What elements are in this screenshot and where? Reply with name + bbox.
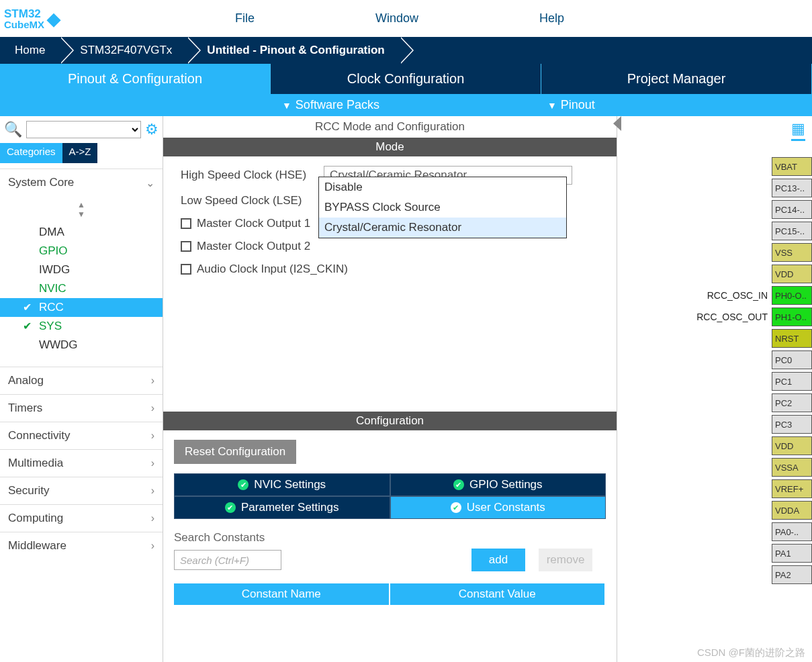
group-connectivity[interactable]: Connectivity› xyxy=(0,422,163,449)
signal-osc-out: RCC_OSC_OUT xyxy=(696,312,768,322)
pin-pc2[interactable]: PC2 xyxy=(772,393,812,412)
add-button[interactable]: add xyxy=(471,549,525,571)
tree-item-nvic[interactable]: NVIC xyxy=(0,279,163,298)
pin-pc14[interactable]: PC14-.. xyxy=(772,200,812,219)
workspace: 🔍 ⚙ Categories A->Z System Core⌄ ▲▼ DMA … xyxy=(0,116,812,662)
pin-nrst[interactable]: NRST xyxy=(772,329,812,348)
pin-ph0[interactable]: PH0-O.. xyxy=(772,286,812,305)
pin-vdd[interactable]: VDD xyxy=(772,265,812,283)
sub-pinout[interactable]: ▼Pinout xyxy=(547,94,595,116)
mco1-checkbox[interactable] xyxy=(181,218,191,229)
center-title: RCC Mode and Configuration xyxy=(163,116,617,138)
search-select[interactable] xyxy=(26,121,141,138)
sub-software-packs[interactable]: ▼Software Packs xyxy=(282,94,379,116)
left-panel: 🔍 ⚙ Categories A->Z System Core⌄ ▲▼ DMA … xyxy=(0,116,163,662)
group-system-core[interactable]: System Core⌄ xyxy=(0,169,163,196)
tree-item-rcc[interactable]: ✔RCC xyxy=(0,298,163,317)
pin-pa0[interactable]: PA0-.. xyxy=(772,522,812,541)
remove-button[interactable]: remove xyxy=(539,549,592,571)
pin-pc1[interactable]: PC1 xyxy=(772,372,812,391)
sort-icon[interactable]: ▲▼ xyxy=(0,199,163,223)
check-icon: ✔ xyxy=(451,502,461,513)
tab-categories[interactable]: Categories xyxy=(0,143,62,163)
group-computing[interactable]: Computing› xyxy=(0,504,163,532)
group-analog[interactable]: Analog› xyxy=(0,367,163,394)
group-multimedia[interactable]: Multimedia› xyxy=(0,449,163,477)
chevron-right-icon: › xyxy=(151,540,154,552)
tree-item-iwdg[interactable]: IWDG xyxy=(0,261,163,279)
opt-bypass[interactable]: BYPASS Clock Source xyxy=(319,197,566,218)
chevron-right-icon: › xyxy=(151,457,154,469)
right-panel: ▦ VBAT PC13-.. PC14-.. PC15-.. VSS VDD R… xyxy=(617,116,812,662)
mode-body: High Speed Clock (HSE) Crystal/Ceramic R… xyxy=(163,156,617,412)
tree-item-dma[interactable]: DMA xyxy=(0,223,163,242)
opt-disable[interactable]: Disable xyxy=(319,177,566,197)
pin-vbat[interactable]: VBAT xyxy=(772,157,812,176)
pin-pc13[interactable]: PC13-.. xyxy=(772,179,812,197)
watermark: CSDN @F菌的进阶之路 xyxy=(697,647,805,659)
config-area: Reset Configuration ✔NVIC Settings ✔GPIO… xyxy=(163,430,617,605)
chevron-right-icon: › xyxy=(151,512,154,524)
pin-pa1[interactable]: PA1 xyxy=(772,544,812,563)
group-timers[interactable]: Timers› xyxy=(0,394,163,422)
menubar: File Window Help xyxy=(235,11,564,26)
opt-crystal[interactable]: Crystal/Ceramic Resonator xyxy=(319,218,566,238)
tab-clock-config[interactable]: Clock Configuration xyxy=(271,64,541,94)
pin-pc15[interactable]: PC15-.. xyxy=(772,222,812,240)
gear-icon[interactable]: ⚙ xyxy=(145,121,159,138)
tab-pinout-config[interactable]: Pinout & Configuration xyxy=(0,64,271,94)
pin-column: VBAT PC13-.. PC14-.. PC15-.. VSS VDD RCC… xyxy=(696,156,812,586)
group-middleware[interactable]: Middleware› xyxy=(0,532,163,559)
menu-help[interactable]: Help xyxy=(539,11,564,26)
chevron-down-icon: ⌄ xyxy=(146,177,154,189)
search-icon[interactable]: 🔍 xyxy=(4,121,22,138)
tree-item-wwdg[interactable]: WWDG xyxy=(0,336,163,354)
pin-pa2[interactable]: PA2 xyxy=(772,565,812,584)
chevron-right-icon: › xyxy=(151,485,154,497)
search-row: 🔍 ⚙ xyxy=(0,116,163,143)
crumb-home[interactable]: Home xyxy=(0,37,60,64)
tab-project-manager[interactable]: Project Manager xyxy=(541,64,812,94)
lse-label: Low Speed Clock (LSE) xyxy=(181,194,318,207)
chevron-right-icon: › xyxy=(151,402,154,414)
check-icon: ✔ xyxy=(453,479,464,490)
mco2-checkbox[interactable] xyxy=(181,241,191,252)
pin-ph1[interactable]: PH1-O.. xyxy=(772,308,812,326)
tree-item-sys[interactable]: ✔SYS xyxy=(0,317,163,336)
pin-pc3[interactable]: PC3 xyxy=(772,415,812,434)
pin-vssa[interactable]: VSSA xyxy=(772,458,812,477)
pin-vdd2[interactable]: VDD xyxy=(772,436,812,455)
chip-icon[interactable]: ▦ xyxy=(791,120,805,141)
config-tabs: ✔NVIC Settings ✔GPIO Settings ✔Parameter… xyxy=(174,473,606,519)
group-security[interactable]: Security› xyxy=(0,477,163,504)
pin-vref[interactable]: VREF+ xyxy=(772,479,812,498)
menu-window[interactable]: Window xyxy=(375,11,418,26)
tree-item-gpio[interactable]: GPIO xyxy=(0,242,163,261)
tab-user-constants[interactable]: ✔User Constants xyxy=(390,496,606,519)
tab-az[interactable]: A->Z xyxy=(62,143,98,163)
breadcrumb: Home STM32F407VGTx Untitled - Pinout & C… xyxy=(0,37,812,64)
system-core-tree: ▲▼ DMA GPIO IWDG NVIC ✔RCC ✔SYS WWDG xyxy=(0,196,163,367)
logo: STM32 CubeMX ◆ xyxy=(0,8,81,30)
crumb-page[interactable]: Untitled - Pinout & Configuration xyxy=(187,37,399,64)
reset-config-button[interactable]: Reset Configuration xyxy=(174,440,296,464)
tab-parameter-settings[interactable]: ✔Parameter Settings xyxy=(174,496,390,519)
tab-nvic-settings[interactable]: ✔NVIC Settings xyxy=(174,473,390,496)
pin-vss[interactable]: VSS xyxy=(772,243,812,262)
search-constants-input[interactable]: Search (Ctrl+F) xyxy=(174,550,281,570)
search-constants-label: Search Constants xyxy=(174,531,606,545)
main-tabs: Pinout & Configuration Clock Configurati… xyxy=(0,64,812,94)
audio-label: Audio Clock Input (I2S_CKIN) xyxy=(197,263,348,276)
chevron-down-icon: ▼ xyxy=(547,100,557,111)
menu-file[interactable]: File xyxy=(235,11,255,26)
crumb-device[interactable]: STM32F407VGTx xyxy=(60,37,187,64)
pin-pc0[interactable]: PC0 xyxy=(772,350,812,369)
col-constant-name[interactable]: Constant Name xyxy=(174,583,389,605)
tab-gpio-settings[interactable]: ✔GPIO Settings xyxy=(390,473,606,496)
col-constant-value[interactable]: Constant Value xyxy=(390,583,605,605)
audio-checkbox[interactable] xyxy=(181,264,191,275)
check-icon: ✔ xyxy=(23,301,32,314)
chevron-down-icon: ▼ xyxy=(282,100,291,111)
signal-osc-in: RCC_OSC_IN xyxy=(707,290,768,301)
pin-vdda[interactable]: VDDA xyxy=(772,501,812,520)
